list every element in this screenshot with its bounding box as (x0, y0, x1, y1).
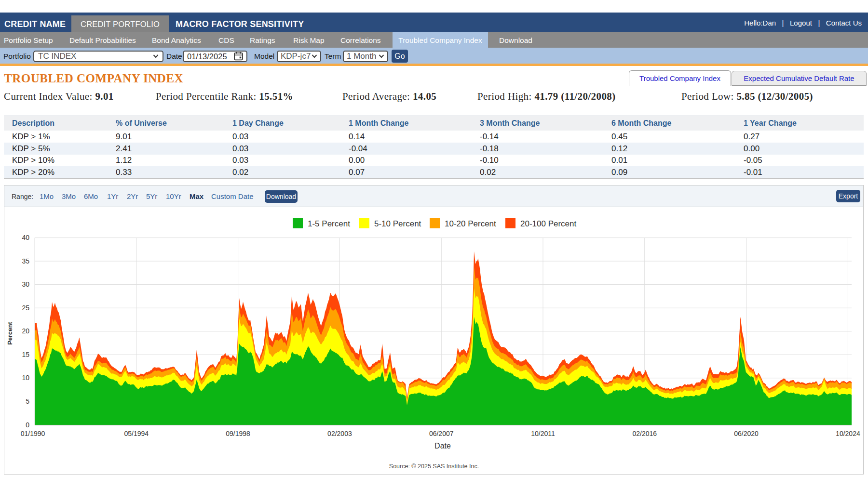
svg-text:1-5 Percent: 1-5 Percent (308, 219, 350, 228)
svg-text:15: 15 (22, 351, 29, 358)
svg-text:06/2007: 06/2007 (429, 430, 454, 437)
svg-text:0: 0 (26, 421, 29, 429)
svg-text:02/2003: 02/2003 (327, 430, 352, 437)
svg-text:10-20 Percent: 10-20 Percent (445, 219, 496, 228)
svg-text:10/2011: 10/2011 (531, 430, 555, 437)
svg-text:09/1998: 09/1998 (226, 430, 250, 437)
svg-text:20: 20 (22, 327, 29, 335)
svg-text:30: 30 (22, 280, 29, 288)
svg-text:5: 5 (26, 397, 29, 405)
svg-text:10: 10 (22, 374, 29, 382)
svg-text:5-10 Percent: 5-10 Percent (374, 219, 421, 228)
svg-text:Source: © 2025 SAS Institute I: Source: © 2025 SAS Institute Inc. (389, 463, 479, 470)
svg-text:Date: Date (434, 442, 451, 450)
svg-text:40: 40 (22, 234, 29, 241)
svg-text:01/1990: 01/1990 (21, 430, 45, 437)
svg-text:02/2016: 02/2016 (632, 430, 657, 437)
svg-text:25: 25 (22, 304, 29, 312)
svg-text:20-100 Percent: 20-100 Percent (520, 219, 577, 228)
svg-text:05/1994: 05/1994 (124, 430, 149, 437)
svg-text:10/2024: 10/2024 (836, 430, 860, 437)
svg-text:06/2020: 06/2020 (734, 430, 759, 437)
svg-text:35: 35 (22, 257, 29, 265)
svg-text:Percent: Percent (6, 321, 14, 344)
